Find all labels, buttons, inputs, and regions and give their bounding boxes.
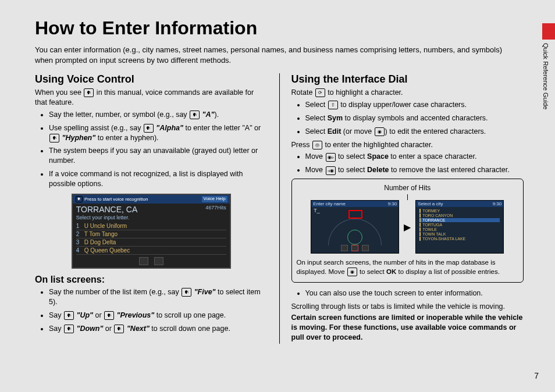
list-item: You can also use the touch screen to ent… xyxy=(305,288,524,298)
list-item: 2T Tom Tango xyxy=(76,230,226,238)
side-tab: Quick Reference Guide xyxy=(542,23,555,122)
list-item: TOWN TALK xyxy=(419,232,500,236)
move-right-icon: ◉▹ xyxy=(326,153,336,162)
nav-icon xyxy=(154,257,163,265)
talk-icon: 🗣 xyxy=(76,196,83,202)
list-item: TORMEY xyxy=(419,209,500,213)
dial-press: Press ◎ to enter the highlighted charact… xyxy=(291,140,524,150)
list-item: Move ◃◉ to select Delete to remove the l… xyxy=(305,165,524,175)
talk-icon: 🗣 xyxy=(49,134,59,142)
diag-note: On input search screens, the number of h… xyxy=(297,258,519,276)
rotate-icon: ⟳ xyxy=(315,88,325,97)
list-item: TORRANCE xyxy=(419,218,500,222)
voice-screenshot: 🗣 Press to start voice recognitionVoice … xyxy=(72,194,231,269)
voice-list: Say the letter, number, or symbol (e.g.,… xyxy=(35,110,268,189)
col-dial: Using the Interface Dial Rotate ⟳ to hig… xyxy=(280,73,524,344)
talk-icon: 🗣 xyxy=(114,325,124,333)
list-item: Select ⇧ to display upper/lower case cha… xyxy=(305,100,524,110)
talk-icon: 🗣 xyxy=(190,111,200,119)
list-item: 4Q Queen Quebec xyxy=(76,247,226,255)
talk-icon: 🗣 xyxy=(64,311,74,320)
tab-marker xyxy=(542,23,555,40)
arrow-right-icon: ▶ xyxy=(404,222,411,233)
talk-icon: 🗣 xyxy=(84,88,94,97)
delete-icon xyxy=(351,245,358,251)
list-item: TOYON-SHASTA LAKE xyxy=(419,237,500,241)
list-item: Select Sym to display symbols and accent… xyxy=(305,113,524,123)
col-voice: Using Voice Control When you see 🗣 in th… xyxy=(35,73,280,344)
page-title: How to Enter Information xyxy=(35,17,524,39)
content: How to Enter Information You can enter i… xyxy=(35,17,524,344)
shift-icon: ⇧ xyxy=(328,101,338,109)
dial-graphic xyxy=(328,219,382,245)
move-up-icon: ◉ xyxy=(375,127,385,136)
dial-list-3: You can also use the touch screen to ent… xyxy=(291,288,524,298)
diagram: Number of Hits Enter city name9:30 T_ ▶ xyxy=(291,179,524,283)
list-item: TOWLE xyxy=(419,227,500,231)
scroll-note: Scrolling through lists or tabs is limit… xyxy=(291,302,524,312)
warning-note: Certain screen functions are limited or … xyxy=(291,313,524,343)
list-item: If a voice command is not recognized, a … xyxy=(49,169,268,189)
press-icon: ◎ xyxy=(312,141,322,149)
talk-icon: 🗣 xyxy=(104,311,114,320)
list-item: TORO CANYON xyxy=(419,213,500,218)
mini-screen-list: Select a city9:30 TORMEY TORO CANYON TOR… xyxy=(415,200,504,254)
diag-label: Number of Hits xyxy=(297,184,519,192)
talk-icon: 🗣 xyxy=(182,288,191,297)
list-item: Say 🗣 "Down" or 🗣 "Next" to scroll down … xyxy=(49,324,268,334)
h-dial: Using the Interface Dial xyxy=(291,73,524,85)
mini-screen-input: Enter city name9:30 T_ xyxy=(311,200,399,254)
list-item: 3D Dog Delta xyxy=(76,238,226,247)
dial-rotate: Rotate ⟳ to highlight a character. xyxy=(291,88,524,98)
dial-list-2: Move ◉▹ to select Space to enter a space… xyxy=(291,152,524,175)
move-left-icon: ◃◉ xyxy=(326,166,336,175)
talk-icon: 🗣 xyxy=(144,124,154,133)
nav-icon xyxy=(139,257,148,265)
talk-icon: 🗣 xyxy=(64,325,74,333)
list-item: Use spelling assist (e.g., say 🗣 "Alpha"… xyxy=(49,123,268,143)
list-item: Select Edit (or move ◉) to edit the ente… xyxy=(305,127,524,137)
columns: Using Voice Control When you see 🗣 in th… xyxy=(35,73,524,344)
list-item: Say the letter, number, or symbol (e.g.,… xyxy=(49,110,268,120)
list-item: The system beeps if you say an unavailab… xyxy=(49,146,268,166)
list-screens-list: Say the number of the list item (e.g., s… xyxy=(35,287,268,334)
list-item: 1U Uncle Uniform xyxy=(76,222,226,230)
list-item: TORTUGA xyxy=(419,223,500,227)
dial-list-1: Select ⇧ to display upper/lower case cha… xyxy=(291,100,524,137)
list-item: Move ◉▹ to select Space to enter a space… xyxy=(305,152,524,162)
move-down-icon: ◉ xyxy=(347,268,357,276)
list-item: Say 🗣 "Up" or 🗣 "Previous" to scroll up … xyxy=(49,311,268,320)
list-item: Say the number of the list item (e.g., s… xyxy=(49,287,268,307)
h-voice: Using Voice Control xyxy=(35,73,268,85)
page: Quick Reference Guide How to Enter Infor… xyxy=(0,0,555,392)
page-number: 7 xyxy=(534,371,539,380)
hits-highlight xyxy=(348,210,362,219)
h-list: On list screens: xyxy=(35,275,268,285)
voice-intro: When you see 🗣 in this manual, voice com… xyxy=(35,88,268,108)
tab-label: Quick Reference Guide xyxy=(542,43,549,109)
intro-text: You can enter information (e.g., city na… xyxy=(35,45,521,65)
